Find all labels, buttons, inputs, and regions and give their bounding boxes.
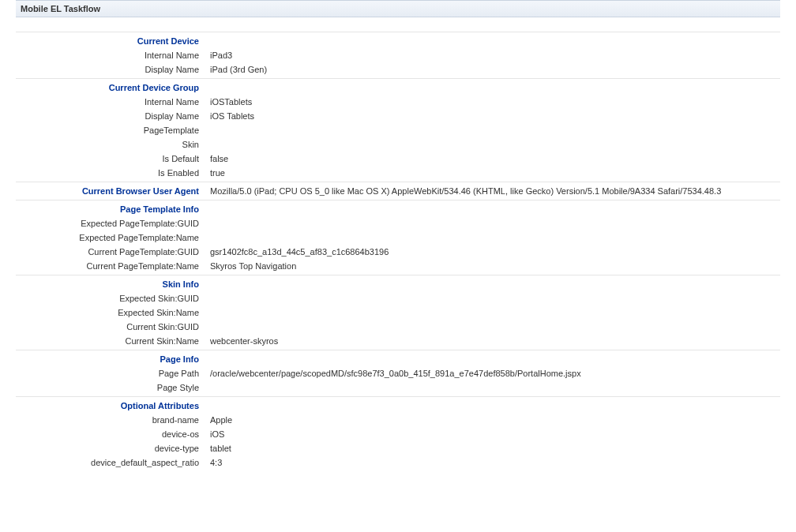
label-internal-name: Internal Name <box>16 48 207 62</box>
value-display-name: iPad (3rd Gen) <box>207 62 780 77</box>
label-device-type: device-type <box>16 441 207 455</box>
value-group-internal-name: iOSTablets <box>207 95 780 109</box>
value-user-agent: Mozilla/5.0 (iPad; CPU OS 5_0 like Mac O… <box>207 184 780 198</box>
section-current-device: Current Device Internal Name iPad3 Displ… <box>16 32 780 78</box>
value-group-is-enabled: true <box>207 166 780 180</box>
value-internal-name: iPad3 <box>207 48 780 62</box>
label-group-skin: Skin <box>16 137 207 152</box>
heading-user-agent: Current Browser User Agent <box>16 184 207 198</box>
section-current-device-group: Current Device Group Internal Name iOSTa… <box>16 78 780 182</box>
label-brand-name: brand-name <box>16 413 207 427</box>
label-current-skin-guid: Current Skin:GUID <box>16 320 207 334</box>
value-current-pt-guid: gsr1402fc8c_a13d_44c5_af83_c1c6864b3196 <box>207 245 780 259</box>
heading-skin-info: Skin Info <box>16 277 207 291</box>
label-expected-skin-name: Expected Skin:Name <box>16 305 207 320</box>
label-page-style: Page Style <box>16 380 207 395</box>
section-optional-attributes: Optional Attributes brand-name Apple dev… <box>16 396 780 471</box>
label-group-page-template: PageTemplate <box>16 123 207 137</box>
heading-current-device: Current Device <box>16 34 207 48</box>
label-aspect-ratio: device_default_aspect_ratio <box>16 455 207 470</box>
label-page-path: Page Path <box>16 366 207 380</box>
label-expected-pt-name: Expected PageTemplate:Name <box>16 230 207 245</box>
label-group-internal-name: Internal Name <box>16 95 207 109</box>
value-device-os: iOS <box>207 427 780 441</box>
heading-page-template-info: Page Template Info <box>16 202 207 216</box>
value-aspect-ratio: 4:3 <box>207 455 780 470</box>
label-expected-skin-guid: Expected Skin:GUID <box>16 291 207 305</box>
value-brand-name: Apple <box>207 413 780 427</box>
label-group-is-enabled: Is Enabled <box>16 166 207 180</box>
heading-page-info: Page Info <box>16 352 207 366</box>
value-page-path: /oracle/webcenter/page/scopedMD/sfc98e7f… <box>207 366 780 380</box>
section-page-info: Page Info Page Path /oracle/webcenter/pa… <box>16 350 780 396</box>
heading-optional-attributes: Optional Attributes <box>16 399 207 413</box>
section-page-template-info: Page Template Info Expected PageTemplate… <box>16 200 780 275</box>
value-current-pt-name: Skyros Top Navigation <box>207 259 780 273</box>
title-bar: Mobile EL Taskflow <box>16 0 780 17</box>
label-device-os: device-os <box>16 427 207 441</box>
label-current-pt-name: Current PageTemplate:Name <box>16 259 207 273</box>
label-display-name: Display Name <box>16 62 207 77</box>
label-current-skin-name: Current Skin:Name <box>16 334 207 348</box>
label-group-display-name: Display Name <box>16 109 207 123</box>
label-current-pt-guid: Current PageTemplate:GUID <box>16 245 207 259</box>
section-skin-info: Skin Info Expected Skin:GUID Expected Sk… <box>16 275 780 350</box>
section-user-agent: Current Browser User Agent Mozilla/5.0 (… <box>16 182 780 200</box>
value-group-display-name: iOS Tablets <box>207 109 780 123</box>
heading-current-device-group: Current Device Group <box>16 81 207 95</box>
value-device-type: tablet <box>207 441 780 455</box>
value-current-skin-name: webcenter-skyros <box>207 334 780 348</box>
value-group-is-default: false <box>207 152 780 166</box>
label-group-is-default: Is Default <box>16 152 207 166</box>
label-expected-pt-guid: Expected PageTemplate:GUID <box>16 216 207 230</box>
